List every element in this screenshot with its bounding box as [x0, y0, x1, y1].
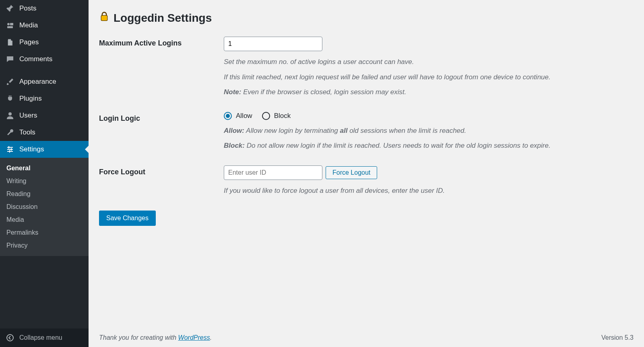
brush-icon: [6, 77, 14, 86]
svg-rect-2: [7, 26, 13, 28]
lock-icon: [99, 11, 109, 25]
sidebar-item-users[interactable]: Users: [0, 107, 89, 124]
footer-thanks-pre: Thank you for creating with: [99, 334, 178, 341]
save-changes-button[interactable]: Save Changes: [99, 211, 156, 226]
wrench-icon: [6, 128, 14, 137]
admin-footer: Thank you for creating with WordPress. V…: [99, 326, 634, 347]
svg-point-0: [7, 23, 10, 25]
comment-icon: [6, 55, 14, 64]
block-text: Do not allow new login if the limit is r…: [245, 142, 551, 149]
row-max-active-logins: Maximum Active Logins Set the maximum no…: [99, 37, 634, 97]
svg-rect-5: [7, 147, 13, 148]
media-icon: [6, 21, 14, 30]
login-logic-block-help: Block: Do not allow new login if the lim…: [224, 140, 586, 151]
submenu-item-permalinks[interactable]: Permalinks: [0, 226, 89, 239]
max-logins-label: Maximum Active Logins: [99, 37, 224, 48]
sidebar-item-tools[interactable]: Tools: [0, 124, 89, 141]
sidebar-item-pages[interactable]: Pages: [0, 34, 89, 51]
svg-point-11: [7, 335, 13, 341]
admin-sidebar: Posts Media Pages Comments Appeara: [0, 0, 89, 347]
radio-block[interactable]: [262, 112, 270, 120]
sidebar-item-label: Comments: [19, 55, 52, 63]
sidebar-item-label: Tools: [19, 128, 35, 136]
row-force-logout: Force Logout Force Logout If you would l…: [99, 165, 634, 196]
footer-thanks: Thank you for creating with WordPress.: [99, 334, 212, 341]
svg-rect-8: [8, 146, 9, 149]
force-logout-button[interactable]: Force Logout: [326, 166, 377, 179]
sidebar-item-label: Media: [19, 21, 38, 29]
login-logic-allow-help: Allow: Allow new login by terminating al…: [224, 126, 586, 136]
force-logout-help: If you would like to force logout a user…: [224, 186, 586, 196]
footer-thanks-post: .: [210, 334, 212, 341]
sidebar-item-label: Pages: [19, 38, 39, 46]
svg-rect-6: [7, 149, 13, 150]
radio-block-label: Block: [274, 112, 291, 120]
max-logins-input[interactable]: [224, 37, 322, 51]
svg-point-4: [8, 112, 12, 116]
radio-allow-label: Allow: [236, 112, 252, 120]
allow-text-2: old sessions when the limit is reached.: [347, 127, 466, 134]
footer-version: Version 5.3: [601, 334, 634, 341]
page-icon: [6, 38, 14, 47]
page-title: Loggedin Settings: [99, 11, 634, 25]
max-logins-note: Note: Even if the browser is closed, log…: [224, 87, 586, 97]
sidebar-item-label: Posts: [19, 4, 37, 12]
submenu-item-media[interactable]: Media: [0, 213, 89, 226]
force-logout-label: Force Logout: [99, 165, 224, 176]
svg-rect-10: [9, 150, 10, 153]
settings-submenu: General Writing Reading Discussion Media…: [0, 158, 89, 256]
settings-content: Loggedin Settings Maximum Active Logins …: [89, 0, 644, 347]
submenu-item-discussion[interactable]: Discussion: [0, 200, 89, 213]
sidebar-item-media[interactable]: Media: [0, 17, 89, 34]
submenu-item-privacy[interactable]: Privacy: [0, 239, 89, 252]
svg-rect-1: [10, 23, 13, 25]
pin-icon: [6, 4, 14, 13]
svg-rect-12: [101, 15, 107, 21]
login-logic-label: Login Logic: [99, 112, 224, 123]
sidebar-item-label: Users: [19, 112, 37, 120]
svg-rect-9: [11, 148, 12, 151]
collapse-menu-button[interactable]: Collapse menu: [0, 328, 89, 347]
max-logins-note-text: Even if the browser is closed, login ses…: [241, 88, 406, 96]
allow-bold: Allow:: [224, 127, 244, 134]
collapse-label: Collapse menu: [19, 334, 62, 341]
sidebar-item-settings[interactable]: Settings: [0, 141, 89, 158]
sidebar-item-appearance[interactable]: Appearance: [0, 73, 89, 90]
sliders-icon: [6, 145, 14, 154]
sidebar-item-label: Plugins: [19, 95, 42, 103]
radio-allow[interactable]: [224, 112, 232, 120]
allow-all-bold: all: [340, 127, 348, 134]
user-icon: [6, 111, 14, 120]
allow-text-1: Allow new login by terminating: [244, 127, 340, 134]
max-logins-note-label: Note:: [224, 88, 241, 96]
submenu-item-reading[interactable]: Reading: [0, 188, 89, 200]
submenu-item-general[interactable]: General: [0, 162, 89, 175]
sidebar-item-plugins[interactable]: Plugins: [0, 90, 89, 107]
force-logout-input[interactable]: [224, 165, 322, 180]
submenu-item-writing[interactable]: Writing: [0, 175, 89, 188]
collapse-icon: [6, 333, 14, 342]
plug-icon: [6, 94, 14, 103]
row-login-logic: Login Logic Allow Block Allow: Allow new…: [99, 112, 634, 151]
svg-rect-3: [8, 40, 12, 45]
sidebar-item-label: Settings: [19, 145, 44, 153]
sidebar-item-posts[interactable]: Posts: [0, 0, 89, 17]
max-logins-help-2: If this limit reached, next login reques…: [224, 72, 586, 83]
login-logic-radios: Allow Block: [224, 112, 586, 120]
sidebar-item-comments[interactable]: Comments: [0, 51, 89, 68]
max-logins-help-1: Set the maximum no. of active logins a u…: [224, 57, 586, 67]
footer-wordpress-link[interactable]: WordPress: [178, 334, 210, 341]
page-title-text: Loggedin Settings: [114, 12, 212, 25]
sidebar-item-label: Appearance: [19, 78, 56, 86]
block-bold: Block:: [224, 142, 245, 149]
